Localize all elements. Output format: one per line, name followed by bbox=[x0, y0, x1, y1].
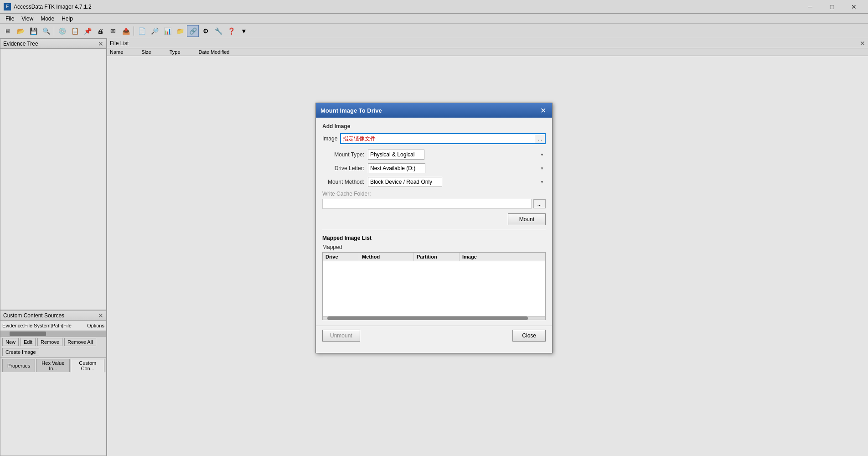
dialog-close-button[interactable]: ✕ bbox=[538, 106, 548, 115]
drive-letter-select-wrapper: Next Available (D:) D: E: bbox=[368, 163, 546, 173]
modal-overlay: Mount Image To Drive ✕ Add Image Image .… bbox=[0, 0, 868, 456]
drive-letter-label: Drive Letter: bbox=[322, 165, 368, 171]
mount-method-select-wrapper: Block Device / Read Only Block Device / … bbox=[368, 177, 546, 187]
image-input-wrapper: ... bbox=[340, 133, 546, 144]
dialog-mount-image: Mount Image To Drive ✕ Add Image Image .… bbox=[315, 103, 553, 353]
scrollbar-area[interactable] bbox=[323, 316, 545, 320]
mount-method-row: Mount Method: Block Device / Read Only B… bbox=[322, 177, 546, 187]
mapped-table-header: Drive Method Partition Image bbox=[323, 253, 545, 261]
cache-browse-button[interactable]: ... bbox=[533, 199, 546, 208]
mapped-table: Drive Method Partition Image bbox=[322, 252, 546, 320]
cache-section: Write Cache Folder: ... bbox=[322, 191, 546, 209]
mapped-section-label: Mapped Image List bbox=[322, 235, 546, 241]
unmount-button[interactable]: Unmount bbox=[322, 330, 360, 342]
col-method-header: Method bbox=[359, 253, 414, 261]
image-field-label: Image bbox=[322, 135, 337, 142]
dialog-title-bar: Mount Image To Drive ✕ bbox=[316, 103, 552, 118]
mount-method-label: Mount Method: bbox=[322, 179, 368, 185]
mapped-table-body bbox=[323, 261, 545, 316]
scrollbar-thumb bbox=[327, 316, 528, 320]
mount-type-select[interactable]: Physical & Logical Physical Logical bbox=[368, 150, 424, 160]
mount-type-row: Mount Type: Physical & Logical Physical … bbox=[322, 150, 546, 160]
dialog-footer: Unmount Close bbox=[316, 326, 552, 345]
col-drive-header: Drive bbox=[323, 253, 359, 261]
close-dialog-button[interactable]: Close bbox=[512, 330, 546, 342]
image-row: Image ... bbox=[322, 133, 546, 144]
dialog-body: Add Image Image ... Mount Type: Physical… bbox=[316, 118, 552, 326]
mapped-sub-label: Mapped bbox=[322, 244, 546, 250]
mount-type-label: Mount Type: bbox=[322, 151, 368, 158]
cache-row: ... bbox=[322, 199, 546, 209]
mount-method-select[interactable]: Block Device / Read Only Block Device / … bbox=[368, 177, 442, 187]
cache-folder-label: Write Cache Folder: bbox=[322, 191, 546, 197]
drive-letter-row: Drive Letter: Next Available (D:) D: E: bbox=[322, 163, 546, 173]
dialog-title-text: Mount Image To Drive bbox=[320, 107, 382, 114]
add-image-label: Add Image bbox=[322, 123, 546, 130]
image-input[interactable] bbox=[341, 134, 534, 143]
mount-type-select-wrapper: Physical & Logical Physical Logical bbox=[368, 150, 546, 160]
drive-letter-select[interactable]: Next Available (D:) D: E: bbox=[368, 163, 425, 173]
col-image-header: Image bbox=[460, 253, 545, 261]
col-partition-header: Partition bbox=[414, 253, 460, 261]
section-divider bbox=[322, 230, 546, 230]
mount-button-row: Mount bbox=[322, 213, 546, 225]
cache-input[interactable] bbox=[322, 199, 532, 209]
mount-button[interactable]: Mount bbox=[508, 213, 546, 225]
image-browse-button[interactable]: ... bbox=[535, 135, 545, 143]
